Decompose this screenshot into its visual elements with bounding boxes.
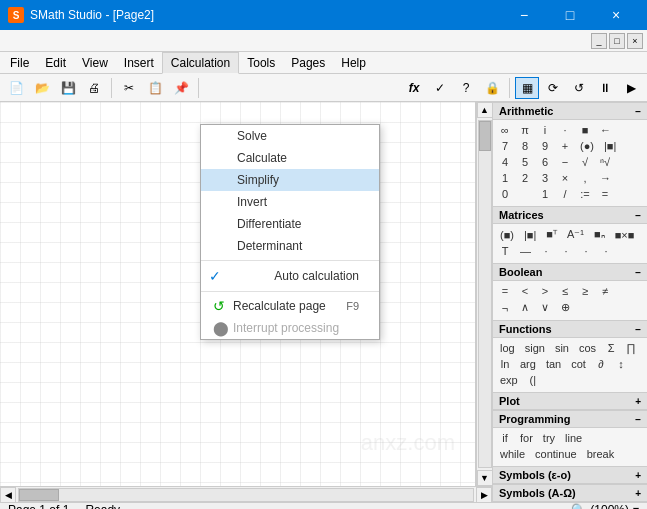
btn-dash[interactable]: — bbox=[517, 244, 534, 258]
btn-paren[interactable]: (●) bbox=[577, 139, 597, 153]
mode-btn-1[interactable]: ▦ bbox=[515, 77, 539, 99]
save-button[interactable]: 💾 bbox=[56, 77, 80, 99]
btn-if[interactable]: if bbox=[497, 431, 513, 445]
btn-eq[interactable]: = bbox=[597, 187, 613, 201]
new-button[interactable]: 📄 bbox=[4, 77, 28, 99]
btn-mat-mult[interactable]: ■×■ bbox=[612, 228, 638, 242]
btn-2[interactable]: 2 bbox=[517, 171, 533, 185]
menu-differentiate[interactable]: Differentiate bbox=[201, 213, 379, 235]
btn-assign[interactable]: := bbox=[577, 187, 593, 201]
btn-try[interactable]: try bbox=[540, 431, 558, 445]
menu-pages[interactable]: Pages bbox=[283, 52, 333, 74]
menu-solve[interactable]: Solve bbox=[201, 125, 379, 147]
btn-dot5[interactable]: · bbox=[598, 244, 614, 258]
boolean-header[interactable]: Boolean − bbox=[493, 263, 647, 281]
h-scroll-track[interactable] bbox=[18, 488, 474, 502]
h-scroll-right[interactable]: ▶ bbox=[476, 487, 492, 503]
btn-infinity[interactable]: ∞ bbox=[497, 123, 513, 137]
question-button[interactable]: ? bbox=[454, 77, 478, 99]
close-button[interactable]: × bbox=[593, 0, 639, 30]
menu-determinant[interactable]: Determinant bbox=[201, 235, 379, 257]
btn-inverse[interactable]: A⁻¹ bbox=[564, 227, 587, 242]
menu-invert[interactable]: Invert bbox=[201, 191, 379, 213]
btn-tan[interactable]: tan bbox=[543, 357, 564, 371]
btn-transpose[interactable]: ■ᵀ bbox=[543, 227, 560, 242]
btn-leq[interactable]: ≤ bbox=[557, 284, 573, 298]
btn-arg[interactable]: arg bbox=[517, 357, 539, 371]
btn-not[interactable]: ¬ bbox=[497, 301, 513, 315]
matrices-header[interactable]: Matrices − bbox=[493, 206, 647, 224]
btn-8[interactable]: 8 bbox=[517, 139, 533, 153]
menu-simplify[interactable]: Simplify bbox=[201, 169, 379, 191]
btn-4[interactable]: 4 bbox=[497, 155, 513, 169]
btn-for[interactable]: for bbox=[517, 431, 536, 445]
btn-arrow-r[interactable]: → bbox=[597, 171, 614, 185]
btn-pi[interactable]: π bbox=[517, 123, 533, 137]
minimize-button[interactable]: − bbox=[501, 0, 547, 30]
btn-0[interactable]: 0 bbox=[497, 187, 513, 201]
btn-div[interactable]: / bbox=[557, 187, 573, 201]
inner-minimize-btn[interactable]: _ bbox=[591, 33, 607, 49]
paste-button[interactable]: 📌 bbox=[169, 77, 193, 99]
menu-calculation[interactable]: Calculation bbox=[162, 52, 239, 74]
btn-comma[interactable]: , bbox=[577, 171, 593, 185]
plot-header[interactable]: Plot + bbox=[493, 392, 647, 410]
btn-lt[interactable]: < bbox=[517, 284, 533, 298]
btn-deriv[interactable]: ∂ bbox=[593, 357, 609, 371]
btn-dot2[interactable]: · bbox=[538, 244, 554, 258]
pause-button[interactable]: ⏸ bbox=[593, 77, 617, 99]
btn-prod[interactable]: ∏ bbox=[623, 341, 639, 355]
btn-dot3[interactable]: · bbox=[558, 244, 574, 258]
btn-mat-n[interactable]: ■ₙ bbox=[591, 227, 608, 242]
btn-or[interactable]: ∨ bbox=[537, 300, 553, 315]
open-button[interactable]: 📂 bbox=[30, 77, 54, 99]
btn-ln[interactable]: ln bbox=[497, 357, 513, 371]
btn-geq[interactable]: ≥ bbox=[577, 284, 593, 298]
btn-T[interactable]: T bbox=[497, 244, 513, 258]
btn-minus[interactable]: − bbox=[557, 155, 573, 169]
btn-9[interactable]: 9 bbox=[537, 139, 553, 153]
v-scroll-thumb[interactable] bbox=[479, 121, 491, 151]
btn-cos[interactable]: cos bbox=[576, 341, 599, 355]
print-button[interactable]: 🖨 bbox=[82, 77, 106, 99]
btn-exp[interactable]: exp bbox=[497, 373, 521, 387]
h-scroll-left[interactable]: ◀ bbox=[0, 487, 16, 503]
v-scroll-up[interactable]: ▲ bbox=[477, 102, 493, 118]
btn-cot[interactable]: cot bbox=[568, 357, 589, 371]
menu-view[interactable]: View bbox=[74, 52, 116, 74]
btn-paren2[interactable]: (| bbox=[525, 373, 541, 387]
menu-tools[interactable]: Tools bbox=[239, 52, 283, 74]
btn-dot[interactable]: · bbox=[557, 123, 573, 137]
btn-sign[interactable]: sign bbox=[522, 341, 548, 355]
h-scroll-thumb[interactable] bbox=[19, 489, 59, 501]
btn-6[interactable]: 6 bbox=[537, 155, 553, 169]
symbols-ao-header[interactable]: Symbols (A-Ω) + bbox=[493, 484, 647, 502]
btn-mat1[interactable]: (■) bbox=[497, 228, 517, 242]
btn-mult[interactable]: × bbox=[557, 171, 573, 185]
menu-edit[interactable]: Edit bbox=[37, 52, 74, 74]
menu-auto-calc[interactable]: ✓ Auto calculation bbox=[201, 264, 379, 288]
btn-nthroot[interactable]: ⁿ√ bbox=[597, 155, 613, 169]
copy-button[interactable]: 📋 bbox=[143, 77, 167, 99]
arithmetic-header[interactable]: Arithmetic − bbox=[493, 102, 647, 120]
btn-square[interactable]: ■ bbox=[577, 123, 593, 137]
btn-int[interactable]: ↕ bbox=[613, 357, 629, 371]
btn-neq[interactable]: ≠ bbox=[597, 284, 613, 298]
v-scroll-down[interactable]: ▼ bbox=[477, 470, 493, 486]
btn-mat2[interactable]: |■| bbox=[521, 228, 539, 242]
btn-1[interactable]: 1 bbox=[497, 171, 513, 185]
menu-file[interactable]: File bbox=[2, 52, 37, 74]
play-button[interactable]: ▶ bbox=[619, 77, 643, 99]
canvas-area[interactable]: anxz.com Solve Calculate Simpl bbox=[0, 102, 476, 486]
btn-plus[interactable]: + bbox=[557, 139, 573, 153]
btn-1b[interactable]: 1 bbox=[537, 187, 553, 201]
btn-i[interactable]: i bbox=[537, 123, 553, 137]
formula-fx-button[interactable]: fx bbox=[402, 77, 426, 99]
menu-help[interactable]: Help bbox=[333, 52, 374, 74]
menu-recalculate[interactable]: ↺ Recalculate page F9 bbox=[201, 295, 379, 317]
btn-and[interactable]: ∧ bbox=[517, 300, 533, 315]
btn-sum[interactable]: Σ bbox=[603, 341, 619, 355]
inner-close-btn[interactable]: × bbox=[627, 33, 643, 49]
btn-abs[interactable]: |■| bbox=[601, 139, 619, 153]
menu-calculate[interactable]: Calculate bbox=[201, 147, 379, 169]
